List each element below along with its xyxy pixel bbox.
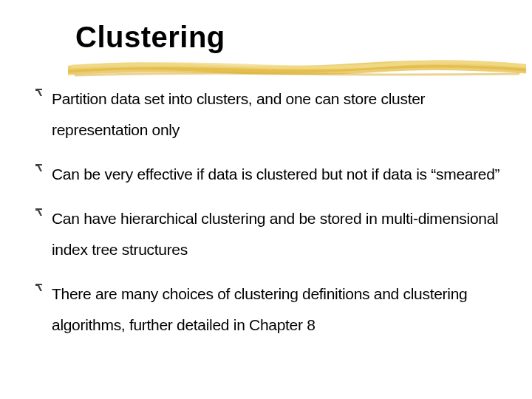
list-item: Partition data set into clusters, and on… xyxy=(34,83,514,146)
bullet-icon xyxy=(34,283,44,292)
slide: Clustering Partition data set into clust… xyxy=(0,0,532,399)
bullet-text: Partition data set into clusters, and on… xyxy=(52,83,514,146)
slide-title: Clustering xyxy=(75,21,514,54)
bullet-text: There are many choices of clustering def… xyxy=(52,279,514,341)
bullet-text: Can be very effective if data is cluster… xyxy=(52,159,499,190)
title-block: Clustering xyxy=(75,21,514,54)
bullet-text: Can have hierarchical clustering and be … xyxy=(52,203,514,265)
bullet-icon xyxy=(34,208,44,216)
list-item: Can have hierarchical clustering and be … xyxy=(34,203,514,265)
title-underline-brush xyxy=(68,58,526,78)
list-item: There are many choices of clustering def… xyxy=(34,279,514,341)
bullet-icon xyxy=(34,88,44,97)
bullet-icon xyxy=(34,163,44,172)
bullet-list: Partition data set into clusters, and on… xyxy=(34,83,514,341)
list-item: Can be very effective if data is cluster… xyxy=(34,159,514,190)
